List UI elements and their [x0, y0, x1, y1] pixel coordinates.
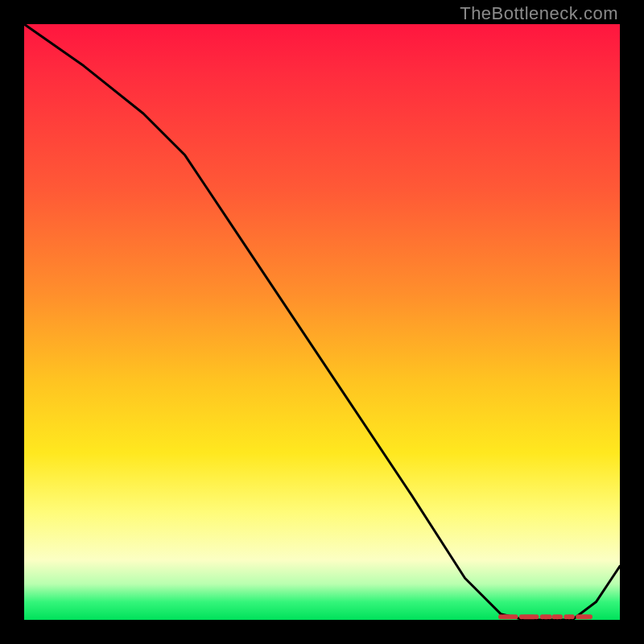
reference-dot [519, 614, 524, 619]
curve-line [24, 24, 620, 620]
chart-overlay-svg [24, 24, 620, 620]
reference-dot [588, 614, 592, 619]
reference-dot [576, 614, 580, 619]
reference-dot [570, 614, 575, 619]
reference-dot [534, 614, 539, 619]
reference-dot [540, 614, 545, 619]
reference-dot [498, 614, 503, 619]
watermark-text: TheBottleneck.com [460, 3, 618, 24]
reference-dot [514, 614, 518, 619]
chart-frame: TheBottleneck.com [0, 0, 644, 644]
reference-dot [547, 614, 552, 619]
reference-dot [564, 614, 568, 619]
reference-dot [552, 614, 557, 619]
plot-area [24, 24, 620, 620]
reference-dot [558, 614, 563, 619]
